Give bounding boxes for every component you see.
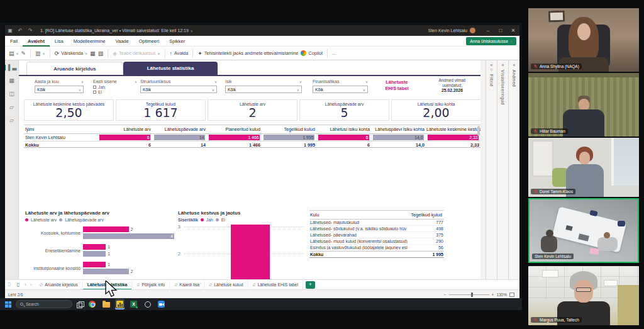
- taskbar-excel[interactable]: [129, 299, 138, 309]
- model-view-icon[interactable]: ◫: [8, 91, 15, 98]
- zoom-slider-thumb[interactable]: [471, 293, 473, 297]
- copy-button[interactable]: ▥: [35, 50, 45, 57]
- close-button[interactable]: ✕: [507, 25, 519, 36]
- save-icon[interactable]: ▣: [5, 28, 15, 33]
- paste-button[interactable]: ▤: [9, 50, 19, 57]
- participant-tile-dorel-tamm-klaos[interactable]: Dorel Tamm-Klaos: [528, 138, 639, 197]
- slicer-eesti-sisene[interactable]: Eesti sisene Jah Ei: [93, 78, 137, 94]
- menu-item-5[interactable]: Optimeeri: [134, 36, 165, 47]
- kpi-card-2[interactable]: Lähetuste arv2: [208, 99, 297, 121]
- column-header[interactable]: Nimi▲: [24, 126, 98, 132]
- cost-total-row[interactable]: Kokku1 995: [309, 251, 444, 258]
- report-tab-aruande-kirjeldus[interactable]: Aruande kirjeldus: [26, 62, 123, 75]
- chevron-down-icon[interactable]: [212, 87, 214, 92]
- taskbar-loop[interactable]: [143, 299, 152, 309]
- slicer-isik[interactable]: Isik Kõik: [225, 78, 302, 93]
- slicer-aasta-ja-kuu[interactable]: Aasta ja kuu Kõik: [35, 78, 84, 93]
- slicer-struktuuriuksus[interactable]: Struktuuriüksus Kõik: [140, 78, 217, 93]
- column-header[interactable]: Lähetuste arv: [98, 126, 153, 132]
- kpi-card-1[interactable]: Tegelikud kulud1 617: [116, 99, 206, 121]
- share-button[interactable]: Anna ühiskasutusse: [466, 37, 516, 45]
- zoom-slider[interactable]: [449, 294, 489, 295]
- bar[interactable]: [83, 244, 106, 250]
- chevron-down-icon[interactable]: [297, 87, 299, 92]
- collapse-icon[interactable]: [502, 63, 504, 67]
- chevron-down-icon[interactable]: [365, 79, 368, 84]
- zoom-out-icon[interactable]: −: [444, 293, 447, 297]
- column-header[interactable]: Lähetuste keskmine kestus: [426, 126, 480, 132]
- menu-item-4[interactable]: Vaade: [111, 36, 134, 47]
- more-commands-button[interactable]: ...: [332, 50, 336, 56]
- visual-cost-table[interactable]: Kulu Tegelikud kulud▼ Lähetused- majutus…: [309, 210, 444, 279]
- menu-item-0[interactable]: Fail: [5, 36, 23, 47]
- column-header[interactable]: Tegelikud kulud: [262, 126, 317, 132]
- cost-row[interactable]: Lähetused- majutuskulud777: [309, 220, 444, 226]
- new-visual-icon[interactable]: ▦: [90, 50, 96, 57]
- column-header[interactable]: Planeeritud kulud: [208, 126, 262, 132]
- collapse-icon[interactable]: [513, 63, 516, 67]
- desktop-layout-icon[interactable]: ⌷: [5, 282, 14, 288]
- page-tab-2[interactable]: Põhjalik info: [132, 280, 170, 290]
- column-header[interactable]: Lähetuspäevade arv: [153, 126, 208, 132]
- bar[interactable]: [83, 226, 129, 232]
- redo-icon[interactable]: ↷: [25, 28, 35, 33]
- bar[interactable]: [231, 225, 270, 279]
- menu-item-3[interactable]: Modelleerimine: [69, 36, 111, 47]
- taskbar-chrome[interactable]: [87, 299, 97, 309]
- chevron-down-icon[interactable]: [135, 79, 137, 84]
- tmdl-view-icon[interactable]: ▱: [8, 117, 15, 124]
- taskbar-file-explorer[interactable]: [101, 299, 111, 309]
- start-button[interactable]: [5, 301, 11, 308]
- page-tab-5[interactable]: Lähetuste EHIS tabel: [248, 280, 303, 290]
- kpi-card-4[interactable]: Lähetusi isiku kohta2,00: [391, 99, 480, 121]
- fit-to-page-icon[interactable]: [509, 293, 514, 297]
- main-table[interactable]: Nimi▲Lähetuste arvLähetuspäevade arvPlan…: [24, 125, 480, 148]
- search-input[interactable]: Search: [16, 300, 72, 308]
- table-row[interactable]: Kokku6141 4661 995614,02,33: [24, 141, 480, 148]
- mobile-layout-icon[interactable]: ▯: [14, 282, 23, 287]
- column-header[interactable]: Lähetusi isiku kohta: [317, 126, 372, 132]
- pane-visualiseeringud[interactable]: Visualiseeringud: [497, 60, 508, 279]
- visual-bar-chart-lahetused[interactable]: Lähetuste arv ja lähetuspäevade arv Lähe…: [25, 210, 174, 279]
- format-painter-icon[interactable]: ✎: [21, 50, 26, 57]
- bar[interactable]: [83, 251, 106, 257]
- checkbox-ei[interactable]: [93, 91, 96, 94]
- page-tab-0[interactable]: Aruande kirjeldus: [35, 280, 83, 290]
- cost-row[interactable]: Lähetused- päevarahad375: [309, 232, 444, 238]
- menu-item-1[interactable]: Avaleht: [23, 36, 50, 47]
- chevron-down-icon[interactable]: [79, 87, 81, 92]
- task-view-icon[interactable]: [77, 301, 83, 307]
- kpi-card-0[interactable]: Lähetuste keskmine kestus päevades2,50: [24, 99, 114, 121]
- page-tab-3[interactable]: Kaardi lisa: [170, 280, 204, 290]
- user-avatar[interactable]: [470, 28, 475, 33]
- bar[interactable]: [83, 269, 129, 274]
- taskbar-powerbi[interactable]: [115, 299, 125, 309]
- ai-prep-button[interactable]: ✦Tehisintellekti jaoks andmete ettevalmi…: [197, 50, 298, 57]
- minimize-button[interactable]: –: [482, 25, 494, 36]
- bar[interactable]: [83, 262, 106, 267]
- table-scrollbar[interactable]: [477, 126, 480, 136]
- participant-tile-sten-kevin-lehtsalu[interactable]: Sten Kevin Lehtsalu: [528, 198, 639, 263]
- participant-tile-margus-puua[interactable]: Margus Puua, Taltech: [528, 266, 639, 325]
- visual-column-chart-kestvus[interactable]: Lähetuse kestvus ja jaotus Siseriiklik J…: [178, 210, 304, 279]
- prev-page-icon[interactable]: [23, 282, 28, 287]
- add-page-button[interactable]: +: [306, 281, 315, 289]
- menu-item-6[interactable]: Spikker: [164, 36, 190, 47]
- calculator-icon[interactable]: ▧: [98, 50, 104, 57]
- cost-row[interactable]: Esindus ja vastuvõtukulud (töötajatele j…: [309, 245, 444, 251]
- autosave-chevron-icon[interactable]: [191, 28, 193, 33]
- page-tab-4[interactable]: Lähetuse kulud: [204, 280, 248, 290]
- table-view-icon[interactable]: ▦: [8, 77, 15, 84]
- participant-tile-anna-shylina[interactable]: Anna Shylina (NAQA): [528, 8, 639, 72]
- report-view-icon[interactable]: ▌▃: [8, 64, 15, 71]
- signed-in-user[interactable]: Sten Kevin Lehtsalu: [428, 28, 467, 33]
- next-page-icon[interactable]: [28, 282, 34, 287]
- zoom-in-icon[interactable]: +: [492, 293, 494, 297]
- checkbox-jah[interactable]: [93, 86, 96, 89]
- pane-filtrid[interactable]: Filtrid: [486, 60, 497, 279]
- participant-tile-hillar-bauman[interactable]: Hillar Bauman: [528, 73, 639, 137]
- column-header[interactable]: Lähetuspäevi isiku kohta: [372, 126, 426, 132]
- chevron-down-icon[interactable]: [363, 87, 365, 92]
- menu-item-2[interactable]: Lisa: [50, 36, 69, 47]
- table-row[interactable]: Sten Kevin Lehtsalu6141 4661 995614,02,3…: [24, 134, 480, 141]
